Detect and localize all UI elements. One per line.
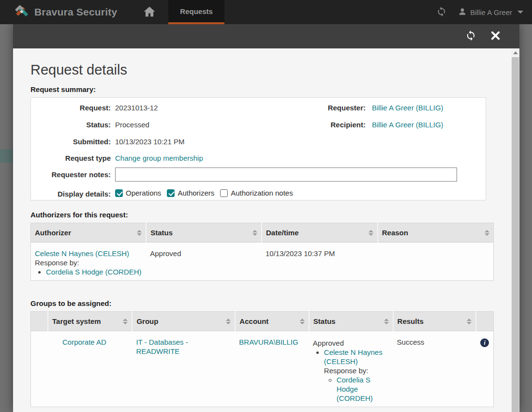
sort-icon[interactable] — [384, 319, 389, 324]
groups-table: Target system Group Account Status Resul… — [30, 311, 494, 407]
col-results[interactable]: Results — [393, 312, 476, 331]
brand-name: Bravura Security — [34, 6, 117, 18]
chevron-down-icon — [517, 11, 523, 14]
sort-icon[interactable] — [226, 319, 231, 324]
submitted-value: 10/13/2023 10:21 PM — [115, 137, 184, 146]
col-authorizer[interactable]: Authorizer — [31, 223, 147, 243]
group-row: Corporate AD IT - Databases - READWRITE … — [31, 331, 494, 407]
group-response-by-link[interactable]: Cordelia S Hodge (CORDEH) — [337, 376, 373, 402]
authorizers-heading: Authorizers for this request: — [30, 211, 486, 219]
checkbox-authorization-notes-label: Authorization notes — [231, 189, 293, 197]
col-account[interactable]: Account — [235, 312, 309, 331]
dimmed-background-band — [0, 149, 13, 163]
requester-notes-input[interactable] — [115, 168, 457, 182]
col-target-system[interactable]: Target system — [48, 312, 132, 331]
dialog-scrollbar[interactable] — [511, 48, 519, 412]
response-by-label: Response by: — [324, 366, 389, 375]
checkbox-operations[interactable] — [115, 189, 123, 197]
submitted-label: Submitted: — [31, 137, 111, 146]
refresh-icon — [436, 6, 447, 18]
authorizer-row: Celeste N Haynes (CELESH) Response by: C… — [31, 243, 494, 281]
request-type-label: Request type — [31, 154, 111, 162]
request-details-dialog: Request details Request summary: Request… — [13, 24, 519, 412]
dialog-refresh-button[interactable] — [465, 30, 476, 43]
account-link[interactable]: BRAVURA\BILLIG — [239, 338, 298, 346]
tab-requests-label: Requests — [180, 7, 213, 15]
navbar-right: Billie A Greer — [432, 0, 523, 24]
col-info — [476, 312, 493, 331]
groups-header-row: Target system Group Account Status Resul… — [31, 312, 494, 331]
response-by-label: Response by: — [35, 258, 142, 267]
user-menu[interactable]: Billie A Greer — [458, 7, 523, 17]
sort-icon[interactable] — [252, 230, 257, 236]
target-system-link[interactable]: Corporate AD — [62, 338, 106, 346]
display-details-options: Operations Authorizers Authorization not… — [115, 189, 299, 197]
navbar-refresh-button[interactable] — [432, 0, 451, 24]
col-group-status[interactable]: Status — [309, 312, 393, 331]
authorizers-header-row: Authorizer Status Date/time Reason — [31, 223, 494, 243]
authorizer-link[interactable]: Celeste N Haynes (CELESH) — [35, 249, 129, 258]
authorizers-table: Authorizer Status Date/time Reason Celes… — [30, 223, 494, 281]
response-by-link[interactable]: Cordelia S Hodge (CORDEH) — [46, 268, 142, 276]
display-details-label: Display details: — [31, 190, 111, 198]
dialog-body: Request details Request summary: Request… — [13, 48, 519, 412]
requester-label: Requester: — [246, 104, 366, 112]
home-button[interactable] — [138, 0, 161, 24]
refresh-icon — [465, 30, 476, 43]
dialog-close-button[interactable] — [491, 31, 500, 42]
groups-heading: Groups to be assigned: — [30, 299, 486, 307]
authorizer-datetime: 10/13/2023 10:37 PM — [262, 243, 378, 281]
sort-icon[interactable] — [485, 230, 489, 236]
scrollbar-up-button[interactable] — [511, 48, 519, 57]
checkbox-authorization-notes[interactable] — [220, 189, 228, 197]
col-blank — [31, 312, 48, 331]
info-icon[interactable]: i — [480, 338, 489, 347]
col-group[interactable]: Group — [132, 312, 235, 331]
top-navbar: Bravura Security Requests Billie A Greer — [0, 0, 532, 24]
group-status-authorizer-link[interactable]: Celeste N Haynes (CELESH) — [324, 348, 383, 366]
brand[interactable]: Bravura Security — [14, 3, 117, 21]
status-label: Status: — [31, 121, 111, 129]
request-type-link[interactable]: Change group membership — [115, 154, 203, 162]
authorizer-reason — [378, 243, 494, 281]
checkbox-operations-label: Operations — [126, 189, 161, 197]
request-summary-heading: Request summary: — [30, 85, 486, 93]
col-datetime[interactable]: Date/time — [262, 223, 378, 243]
user-name: Billie A Greer — [470, 8, 512, 16]
request-label: Request: — [31, 104, 111, 112]
request-value: 20231013-12 — [115, 104, 158, 112]
group-results-value: Success — [393, 331, 476, 407]
request-summary-panel: Request: 20231013-12 Requester: Billie A… — [30, 97, 486, 200]
col-reason[interactable]: Reason — [378, 223, 494, 243]
checkbox-authorizers-label: Authorizers — [177, 189, 214, 197]
bravura-logo-icon — [14, 3, 30, 21]
recipient-link[interactable]: Billie A Greer (BILLIG) — [372, 121, 443, 129]
authorizer-status: Approved — [146, 243, 262, 281]
recipient-label: Recipient: — [246, 121, 366, 129]
sort-icon[interactable] — [369, 230, 373, 236]
requester-link[interactable]: Billie A Greer (BILLIG) — [372, 104, 443, 112]
requester-notes-label: Requester notes: — [31, 170, 111, 179]
sort-icon[interactable] — [300, 319, 305, 324]
tab-requests[interactable]: Requests — [168, 0, 224, 24]
page-title: Request details — [30, 62, 486, 78]
dialog-header — [13, 24, 519, 48]
scrollbar-thumb[interactable] — [512, 57, 519, 412]
sort-icon[interactable] — [137, 230, 142, 236]
group-status-value: Approved — [313, 339, 344, 347]
user-icon — [458, 7, 467, 17]
checkbox-authorizers[interactable] — [167, 189, 175, 197]
col-status[interactable]: Status — [146, 223, 262, 243]
sort-icon[interactable] — [467, 319, 472, 324]
sort-icon[interactable] — [123, 319, 128, 324]
scroll-up-icon — [513, 51, 518, 54]
close-icon — [491, 31, 500, 42]
home-icon — [143, 5, 156, 19]
status-value: Processed — [115, 121, 149, 129]
group-link[interactable]: IT - Databases - READWRITE — [136, 338, 188, 355]
